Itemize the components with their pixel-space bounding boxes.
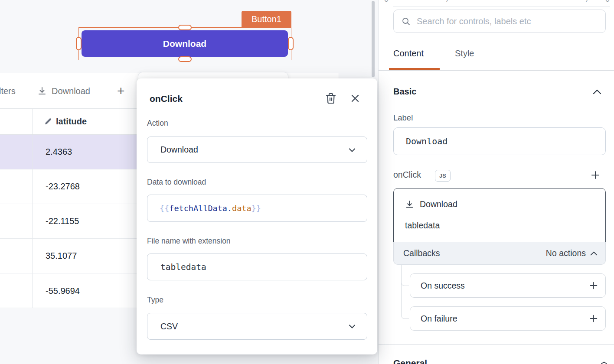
download-tray-icon bbox=[37, 86, 47, 96]
plus-icon: + bbox=[117, 84, 125, 98]
section-basic-heading[interactable]: Basic bbox=[393, 87, 416, 97]
onclick-property-label: onClick bbox=[393, 170, 421, 180]
index-cell[interactable] bbox=[0, 273, 33, 308]
chevron-up-icon bbox=[590, 251, 598, 256]
clipped-glyph: ∕ bbox=[448, 0, 449, 4]
data-field-label: Data to download bbox=[147, 178, 206, 187]
close-icon bbox=[350, 94, 360, 103]
chevron-down-icon bbox=[348, 322, 356, 331]
column-header-label: latitude bbox=[56, 117, 87, 127]
property-search-input[interactable]: Search for controls, labels etc bbox=[393, 10, 606, 33]
chevron-up-icon[interactable] bbox=[593, 89, 601, 95]
code-open-brace: {{ bbox=[160, 204, 169, 213]
popover-title: onClick bbox=[150, 94, 183, 104]
close-popover-button[interactable] bbox=[347, 91, 363, 106]
index-cell[interactable] bbox=[0, 239, 33, 273]
table-download-label: Download bbox=[52, 86, 90, 96]
plus-icon bbox=[590, 170, 601, 180]
type-field-label: Type bbox=[147, 296, 163, 305]
label-field-label: Label bbox=[393, 113, 413, 123]
label-input-value: Download bbox=[406, 136, 447, 146]
action-select-value: Download bbox=[160, 145, 348, 155]
chevron-down-icon bbox=[348, 146, 356, 154]
canvas-scrollbar-thumb[interactable] bbox=[372, 1, 375, 77]
clipped-glyph: ⌄ bbox=[604, 0, 611, 4]
cell-latitude[interactable]: -23.2768 bbox=[46, 169, 80, 204]
action-field-label: Action bbox=[147, 119, 168, 128]
plus-icon[interactable] bbox=[589, 281, 598, 290]
resize-handle-left[interactable] bbox=[76, 37, 82, 50]
configured-action-card[interactable]: Download tabledata bbox=[393, 188, 606, 242]
download-tray-icon bbox=[405, 200, 414, 209]
type-select-value: CSV bbox=[160, 322, 348, 332]
search-icon bbox=[402, 17, 411, 26]
table-download-button[interactable]: Download bbox=[37, 73, 90, 109]
add-action-button[interactable] bbox=[588, 168, 602, 182]
clipped-glyph: ∕ bbox=[588, 0, 589, 4]
resize-handle-top[interactable] bbox=[178, 25, 192, 30]
index-cell[interactable] bbox=[0, 204, 33, 238]
resize-handle-bottom[interactable] bbox=[178, 56, 192, 62]
cell-latitude[interactable]: -55.9694 bbox=[46, 273, 80, 308]
divider bbox=[379, 70, 614, 71]
cell-latitude[interactable]: 2.4363 bbox=[46, 135, 72, 169]
on-success-row[interactable]: On success bbox=[410, 273, 606, 298]
table-add-column-button[interactable]: + bbox=[117, 73, 125, 109]
download-button-widget[interactable]: Download bbox=[82, 30, 288, 57]
onclick-action-popover: onClick Action Download Data to download… bbox=[137, 78, 377, 354]
index-header-cell bbox=[0, 109, 33, 134]
filename-field-label: File name with extension bbox=[147, 237, 231, 246]
trash-icon bbox=[325, 92, 336, 104]
property-pane-header-clipped: ⌄ ∕ ∕ ⌄ bbox=[379, 0, 614, 6]
filters-label: lters bbox=[0, 86, 16, 96]
chevron-up-icon-clipped[interactable] bbox=[601, 361, 607, 364]
property-pane: ⌄ ∕ ∕ ⌄ Search for controls, labels etc … bbox=[378, 0, 614, 364]
widget-name-badge: Button1 bbox=[242, 11, 291, 28]
callbacks-toggle-bar[interactable]: Callbacks No actions bbox=[393, 242, 606, 265]
callbacks-status: No actions bbox=[546, 248, 586, 258]
code-property: data bbox=[232, 204, 251, 213]
type-select[interactable]: CSV bbox=[147, 313, 367, 340]
index-cell[interactable] bbox=[0, 169, 33, 204]
tab-content[interactable]: Content bbox=[393, 49, 424, 58]
section-general-heading[interactable]: General bbox=[393, 358, 427, 364]
delete-action-button[interactable] bbox=[323, 91, 339, 106]
resize-handle-right[interactable] bbox=[288, 37, 294, 50]
data-to-download-input[interactable]: {{fetchAllData.data}} bbox=[147, 195, 367, 222]
clipped-glyph: ⌄ bbox=[383, 0, 390, 4]
tree-connector bbox=[401, 265, 409, 319]
action-card-type: Download bbox=[420, 199, 457, 209]
plus-icon[interactable] bbox=[589, 314, 598, 323]
app-root: lters Download + latit bbox=[0, 0, 614, 364]
pencil-icon bbox=[44, 118, 52, 125]
tab-style[interactable]: Style bbox=[455, 49, 474, 58]
action-card-filename: tabledata bbox=[405, 221, 440, 231]
filename-value: tabledata bbox=[160, 262, 206, 272]
filename-input[interactable]: tabledata bbox=[147, 254, 367, 280]
action-select[interactable]: Download bbox=[147, 136, 367, 163]
js-toggle-badge[interactable]: JS bbox=[435, 170, 451, 182]
cell-latitude[interactable]: 35.1077 bbox=[46, 239, 77, 273]
code-close-brace: }} bbox=[251, 204, 261, 213]
label-input[interactable]: Download bbox=[393, 127, 606, 155]
table-filters-button[interactable]: lters bbox=[0, 73, 16, 109]
code-entity: fetchAllData bbox=[169, 204, 227, 213]
index-cell[interactable] bbox=[0, 135, 33, 169]
search-placeholder: Search for controls, labels etc bbox=[417, 16, 531, 26]
cell-latitude[interactable]: -22.1155 bbox=[46, 204, 79, 238]
divider bbox=[393, 6, 610, 7]
on-success-label: On success bbox=[421, 281, 589, 291]
on-failure-row[interactable]: On failure bbox=[410, 306, 606, 331]
divider bbox=[379, 344, 614, 345]
callbacks-label: Callbacks bbox=[403, 248, 546, 258]
code-dot: . bbox=[227, 204, 232, 213]
on-failure-label: On failure bbox=[421, 314, 589, 324]
column-header-latitude[interactable]: latitude bbox=[44, 109, 87, 134]
